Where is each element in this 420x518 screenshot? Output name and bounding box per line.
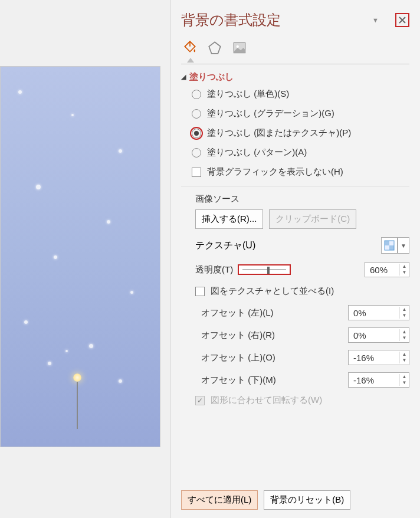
offset-bottom-label: オフセット (下)(M) bbox=[201, 375, 348, 386]
checkbox-tile-texture[interactable] bbox=[195, 287, 205, 296]
offset-bottom-spinner[interactable]: -16% ▲▼ bbox=[348, 372, 409, 388]
collapse-icon: ◢ bbox=[181, 73, 186, 81]
radio-picture-fill-label: 塗りつぶし (図またはテクスチャ)(P) bbox=[207, 127, 351, 139]
svg-rect-3 bbox=[385, 241, 389, 245]
slide-thumbnail[interactable] bbox=[0, 66, 160, 447]
offset-left-value[interactable]: 0% bbox=[349, 308, 399, 318]
fill-tab[interactable] bbox=[181, 39, 199, 57]
transparency-spinner[interactable]: 60% ▲▼ bbox=[365, 262, 409, 277]
apply-all-button[interactable]: すべてに適用(L) bbox=[181, 490, 258, 510]
svg-point-1 bbox=[237, 45, 239, 48]
lamp-graphic bbox=[71, 376, 83, 429]
pentagon-icon bbox=[207, 40, 222, 55]
paint-bucket-icon bbox=[182, 40, 198, 55]
offset-right-label: オフセット (右)(R) bbox=[201, 330, 348, 341]
checkbox-tile-texture-label: 図をテクスチャとして並べる(I) bbox=[211, 286, 334, 297]
fill-section-header[interactable]: ◢ 塗りつぶし bbox=[181, 71, 409, 83]
close-button[interactable] bbox=[395, 13, 409, 27]
spinner-down[interactable]: ▼ bbox=[400, 358, 409, 363]
checkbox-rotate-with-shape bbox=[195, 396, 205, 405]
slide-preview bbox=[0, 0, 170, 518]
spinner-down[interactable]: ▼ bbox=[400, 270, 409, 276]
radio-solid-fill-label: 塗りつぶし (単色)(S) bbox=[207, 88, 289, 100]
picture-tab[interactable] bbox=[231, 39, 248, 57]
radio-gradient-fill[interactable] bbox=[192, 109, 201, 119]
reset-background-button[interactable]: 背景のリセット(B) bbox=[264, 490, 350, 510]
fill-section-title: 塗りつぶし bbox=[189, 71, 234, 83]
checkbox-hide-bg-graphics-label: 背景グラフィックを表示しない(H) bbox=[207, 166, 343, 178]
picture-icon bbox=[232, 40, 247, 55]
spinner-down[interactable]: ▼ bbox=[400, 380, 409, 386]
checkbox-hide-bg-graphics[interactable] bbox=[192, 168, 201, 177]
radio-pattern-fill[interactable] bbox=[192, 148, 201, 158]
svg-rect-4 bbox=[389, 245, 394, 250]
panel-title: 背景の書式設定 bbox=[181, 11, 372, 29]
spinner-up[interactable]: ▲ bbox=[400, 264, 409, 270]
transparency-label: 透明度(T) bbox=[195, 264, 233, 276]
spinner-up[interactable]: ▲ bbox=[400, 374, 409, 380]
slider-thumb[interactable] bbox=[267, 267, 270, 274]
effects-tab[interactable] bbox=[206, 39, 224, 57]
offset-top-label: オフセット (上)(O) bbox=[201, 352, 348, 363]
spinner-down[interactable]: ▼ bbox=[400, 335, 409, 341]
transparency-slider[interactable] bbox=[238, 264, 291, 275]
offset-bottom-value[interactable]: -16% bbox=[349, 375, 399, 385]
texture-picker[interactable] bbox=[381, 237, 398, 254]
offset-top-value[interactable]: -16% bbox=[349, 353, 399, 363]
checkbox-rotate-with-shape-label: 図形に合わせて回転する(W) bbox=[211, 395, 322, 406]
texture-dropdown[interactable]: ▼ bbox=[398, 237, 409, 254]
transparency-value[interactable]: 60% bbox=[365, 265, 399, 275]
offset-right-value[interactable]: 0% bbox=[349, 330, 399, 340]
insert-button[interactable]: 挿入する(R)... bbox=[195, 209, 263, 229]
format-background-panel: 背景の書式設定 ▼ ◢ 塗りつぶし 塗りつぶし (単色)(S) bbox=[170, 0, 420, 518]
offset-right-spinner[interactable]: 0% ▲▼ bbox=[348, 327, 409, 343]
clipboard-button: クリップボード(C) bbox=[269, 209, 356, 229]
image-source-label: 画像ソース bbox=[195, 194, 409, 205]
panel-options-dropdown[interactable]: ▼ bbox=[372, 17, 379, 24]
offset-top-spinner[interactable]: -16% ▲▼ bbox=[348, 350, 409, 365]
spinner-up[interactable]: ▲ bbox=[400, 307, 409, 313]
offset-left-spinner[interactable]: 0% ▲▼ bbox=[348, 305, 409, 320]
radio-picture-fill[interactable] bbox=[192, 129, 201, 138]
spinner-down[interactable]: ▼ bbox=[400, 313, 409, 319]
close-icon bbox=[398, 15, 407, 25]
offset-left-label: オフセット (左)(L) bbox=[201, 307, 348, 319]
texture-label: テクスチャ(U) bbox=[195, 240, 255, 252]
radio-solid-fill[interactable] bbox=[192, 90, 201, 99]
texture-icon bbox=[384, 240, 395, 251]
radio-gradient-fill-label: 塗りつぶし (グラデーション)(G) bbox=[207, 108, 334, 119]
spinner-up[interactable]: ▲ bbox=[400, 352, 409, 358]
spinner-up[interactable]: ▲ bbox=[400, 329, 409, 335]
radio-pattern-fill-label: 塗りつぶし (パターン)(A) bbox=[207, 147, 307, 158]
